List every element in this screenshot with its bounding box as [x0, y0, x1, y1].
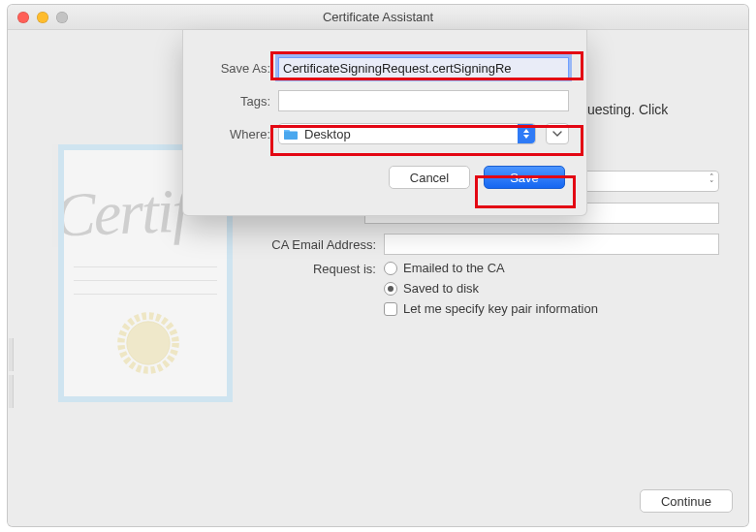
sheet-button-row: Cancel Save: [183, 166, 565, 189]
save-as-input[interactable]: [278, 57, 569, 78]
zoom-window-button[interactable]: [56, 12, 68, 23]
where-row: Where: Desktop: [201, 123, 569, 144]
where-select[interactable]: Desktop: [278, 123, 536, 144]
decorative-band: [9, 338, 14, 371]
request-is-row: Request is: Emailed to the CA Saved to d…: [231, 261, 719, 316]
tags-label: Tags:: [201, 94, 270, 109]
ca-email-input[interactable]: [384, 234, 719, 255]
checkbox-keypair[interactable]: Let me specify key pair information: [384, 301, 719, 316]
instruction-text-fragment: uesting. Click: [587, 102, 748, 117]
chevron-down-icon: [552, 131, 562, 137]
minimize-window-button[interactable]: [37, 12, 48, 23]
seal-icon: [112, 307, 184, 379]
decorative-band: [9, 375, 14, 408]
tags-input[interactable]: [278, 90, 569, 111]
cancel-button-label: Cancel: [410, 171, 449, 185]
titlebar: Certificate Assistant: [8, 5, 748, 30]
ca-email-label: CA Email Address:: [231, 237, 376, 252]
save-button[interactable]: Save: [484, 166, 565, 189]
request-is-label: Request is:: [231, 262, 376, 276]
radio-emailed[interactable]: Emailed to the CA: [384, 261, 719, 275]
radio-emailed-label: Emailed to the CA: [403, 261, 505, 275]
chevron-updown-icon: ˄˅: [709, 174, 714, 188]
save-as-row: Save As:: [201, 57, 569, 78]
where-label: Where:: [201, 127, 270, 141]
tags-row: Tags:: [201, 90, 569, 111]
window-title: Certificate Assistant: [323, 10, 433, 24]
save-as-label: Save As:: [201, 61, 270, 76]
traffic-lights: [17, 12, 68, 23]
radio-saved-to-disk[interactable]: Saved to disk: [384, 281, 719, 296]
radio-disk-label: Saved to disk: [403, 281, 479, 296]
radio-icon: [384, 282, 397, 296]
cancel-button[interactable]: Cancel: [389, 166, 470, 189]
ca-email-row: CA Email Address:: [231, 234, 719, 255]
save-sheet: Save As: Tags: Where: Desktop Cancel: [182, 30, 587, 216]
continue-button[interactable]: Continue: [640, 489, 733, 513]
certificate-assistant-window: Certificate Assistant uesting. Click ˄˅ …: [7, 4, 749, 527]
chevron-updown-icon: [518, 124, 535, 143]
continue-button-label: Continue: [661, 494, 711, 509]
radio-icon: [384, 262, 397, 275]
illustration-script-text: Certif: [58, 175, 189, 252]
checkbox-keypair-label: Let me specify key pair information: [403, 301, 598, 316]
expand-save-panel-button[interactable]: [546, 123, 569, 144]
save-button-label: Save: [510, 171, 539, 185]
folder-icon: [283, 128, 299, 141]
svg-point-0: [127, 322, 170, 364]
where-value: Desktop: [304, 127, 351, 141]
close-window-button[interactable]: [17, 12, 29, 23]
checkbox-icon: [384, 302, 397, 316]
